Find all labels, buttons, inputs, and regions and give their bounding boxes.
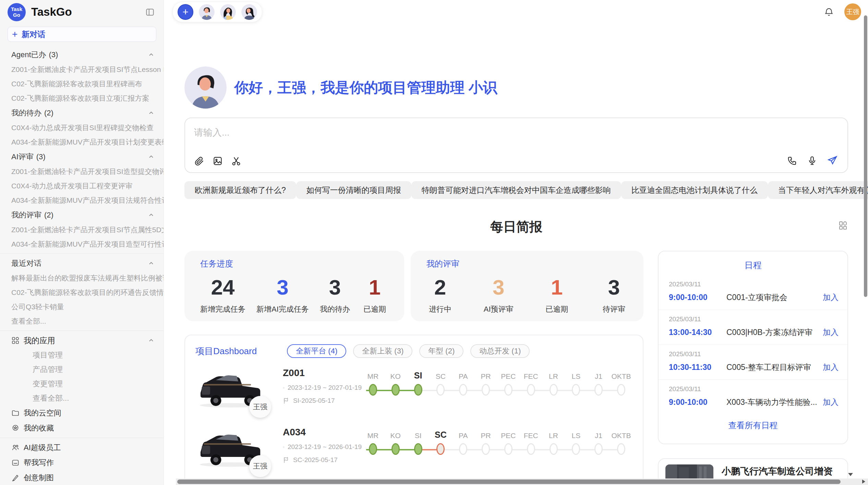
member-avatar[interactable] bbox=[241, 4, 257, 20]
phone-icon[interactable] bbox=[787, 156, 797, 166]
suggestion-chip[interactable]: 欧洲新规最近颁布了什么? bbox=[184, 181, 296, 199]
sidebar-task-item[interactable]: A034-全新新能源MUV产品开发项目计划变更表编写 bbox=[0, 135, 164, 149]
sidebar-section-header[interactable]: Agent已办 (3) bbox=[0, 47, 164, 62]
sidebar-item-cloud[interactable]: 我的云空间 bbox=[0, 406, 164, 421]
sidebar-item-ai-employee[interactable]: AI超级员工 bbox=[0, 440, 164, 455]
dashboard-tab[interactable]: 年型 (2) bbox=[419, 344, 463, 358]
dashboard-tab[interactable]: 全新上装 (3) bbox=[353, 344, 412, 358]
suggestion-chip[interactable]: 特朗普可能对进口汽车增税会对中国车企造成哪些影响 bbox=[411, 181, 621, 199]
project-rows: 王强 Z001 2023-12-19 ~ 2027-01-19 SI-2025-… bbox=[195, 365, 632, 471]
milestone-node-row bbox=[520, 383, 542, 399]
sidebar-task-item[interactable]: C02-飞腾新能源轻客改款项目里程碑画布 bbox=[0, 77, 164, 91]
sidebar-task-item[interactable]: 解释最新出台的欧盟报废车法规再生塑料比例被调至15%... bbox=[0, 271, 164, 285]
stat-label: 已逾期 bbox=[545, 304, 568, 314]
sidebar-app-item[interactable]: 产品管理 bbox=[0, 362, 164, 377]
sidebar-item-creative-drawing[interactable]: 创意制图 bbox=[0, 470, 164, 485]
vertical-scrollbar-thumb[interactable] bbox=[864, 15, 867, 297]
milestone-node bbox=[594, 443, 603, 455]
schedule-title: 日程 bbox=[659, 260, 847, 271]
sidebar-task-item[interactable]: A034-全新新能源MUV产品开发项目造型可行性评审 bbox=[0, 237, 164, 251]
flag-icon bbox=[283, 457, 290, 464]
member-avatar[interactable] bbox=[220, 4, 236, 20]
milestone-cell: KO bbox=[384, 365, 407, 399]
sidebar-section-header[interactable]: 我的评审 (2) bbox=[0, 208, 164, 223]
scroll-right-arrow[interactable] bbox=[862, 480, 865, 484]
sidebar-section-header[interactable]: AI评审 (3) bbox=[0, 149, 164, 164]
milestone-node bbox=[617, 443, 625, 455]
dashboard-tab[interactable]: 全新平台 (4) bbox=[287, 344, 346, 358]
schedule-item[interactable]: 2025/03/11 9:00-10:00 C001-立项审批会 加入 bbox=[659, 275, 847, 310]
image-icon[interactable] bbox=[213, 156, 223, 166]
send-icon[interactable] bbox=[827, 155, 838, 166]
milestone-cell: J1 bbox=[587, 425, 610, 458]
project-row[interactable]: 王强 A034 2023-12-19 ~ 2026-01-19 SC-2025-… bbox=[195, 425, 632, 471]
milestone-label: MR bbox=[362, 425, 384, 443]
my-apps-header[interactable]: 我的应用 bbox=[0, 333, 164, 348]
sidebar-task-item[interactable]: Z001-全新燃油皮卡产品开发项目SI节点Lesson Learn报告 bbox=[0, 62, 164, 77]
scissors-icon[interactable] bbox=[231, 156, 241, 166]
scroll-down-arrow[interactable] bbox=[848, 473, 853, 476]
sidebar-task-item[interactable]: Z001-全新燃油轻卡产品开发项目SI造型提交物评审 bbox=[0, 164, 164, 179]
sidebar-task-item[interactable]: C02-飞腾新能源轻客改款项目立项汇报方案 bbox=[0, 91, 164, 105]
section-items: C0X4-动力总成开发项目SI里程碑提交物检查 A034-全新新能源MUV产品开… bbox=[0, 121, 164, 149]
milestone-node-row bbox=[474, 443, 497, 458]
horizontal-scrollbar[interactable] bbox=[176, 478, 868, 485]
member-avatar[interactable] bbox=[199, 4, 215, 20]
schedule-item[interactable]: 2025/03/11 9:00-10:00 X003-车辆动力学性能验... 加… bbox=[659, 380, 847, 414]
sidebar-collapse-icon[interactable] bbox=[145, 8, 155, 17]
schedule-view-all[interactable]: 查看所有日程 bbox=[659, 420, 847, 431]
suggestion-chip[interactable]: 当下年轻人对汽车外观有怎样的喜好趋势 bbox=[768, 181, 868, 199]
paperclip-icon[interactable] bbox=[194, 156, 204, 166]
milestone-node-row bbox=[452, 443, 474, 458]
sidebar-task-item[interactable]: C02-飞腾新能源轻客改款项目的闭环通告反馈情况 bbox=[0, 285, 164, 300]
grid-layout-icon[interactable] bbox=[838, 220, 848, 231]
schedule-date: 2025/03/11 bbox=[669, 315, 839, 323]
stat-card-title: 任务进度 bbox=[200, 258, 388, 269]
apps-view-all[interactable]: 查看全部... bbox=[0, 391, 164, 406]
sidebar-task-item[interactable]: Z001-全新燃油轻卡产品开发项目SI节点属性5D文件评审 bbox=[0, 223, 164, 237]
milestone-cell: FEC bbox=[520, 425, 542, 458]
project-dashboard-card: 项目Dashboard 全新平台 (4) 全新上装 (3) 年型 (2) 动总开… bbox=[184, 335, 643, 485]
suggestion-chip[interactable]: 比亚迪全固态电池计划具体说了什么 bbox=[621, 181, 768, 199]
schedule-date: 2025/03/11 bbox=[669, 385, 839, 393]
user-avatar[interactable]: 王强 bbox=[844, 3, 861, 20]
recent-chats-header[interactable]: 最近对话 bbox=[0, 256, 164, 271]
milestone-label: PEC bbox=[497, 425, 520, 443]
milestone-label: PA bbox=[452, 365, 474, 383]
sidebar-app-item[interactable]: 变更管理 bbox=[0, 377, 164, 391]
project-info: Z001 2023-12-19 ~ 2027-01-19 SI-2025-05-… bbox=[283, 365, 362, 405]
join-link[interactable]: 加入 bbox=[823, 397, 839, 408]
stat-item: 3 我的待办 bbox=[320, 275, 350, 314]
milestone-node bbox=[482, 443, 490, 455]
dashboard-tab[interactable]: 动总开发 (1) bbox=[470, 344, 530, 358]
sidebar-section-header[interactable]: 我的待办 (2) bbox=[0, 105, 164, 121]
stat-item: 3 新增AI完成任务 bbox=[256, 275, 309, 314]
join-link[interactable]: 加入 bbox=[823, 292, 839, 303]
app-title: TaskGo bbox=[31, 5, 72, 18]
mic-icon[interactable] bbox=[807, 156, 817, 166]
schedule-item[interactable]: 2025/03/11 13:00-14:30 C003|H0B-方案冻结评审 加… bbox=[659, 310, 847, 345]
sidebar-item-writing[interactable]: 帮我写作 bbox=[0, 455, 164, 470]
sidebar-task-item[interactable]: A034-全新新能源MUV产品开发项目法规符合性评审 bbox=[0, 193, 164, 208]
sidebar-app-item[interactable]: 项目管理 bbox=[0, 348, 164, 362]
add-member-button[interactable]: + bbox=[178, 4, 193, 20]
join-link[interactable]: 加入 bbox=[823, 362, 839, 373]
bell-icon[interactable] bbox=[824, 7, 834, 17]
sidebar-task-item[interactable]: 公司Q3轻卡销量 bbox=[0, 300, 164, 314]
stat-card-items: 24 新增完成任务 3 新增AI完成任务 3 我的待办 1 已逾期 bbox=[200, 275, 388, 314]
chat-input[interactable] bbox=[185, 118, 847, 150]
recent-view-all[interactable]: 查看全部... bbox=[0, 314, 164, 328]
sidebar-task-item[interactable]: C0X4-动力总成开发项目工程变更评审 bbox=[0, 179, 164, 193]
project-row[interactable]: 王强 Z001 2023-12-19 ~ 2027-01-19 SI-2025-… bbox=[195, 365, 632, 412]
schedule-row: 10:30-11:30 C005-整车工程目标评审 加入 bbox=[669, 362, 839, 373]
join-link[interactable]: 加入 bbox=[823, 327, 839, 338]
sidebar-item-favorites[interactable]: 我的收藏 bbox=[0, 421, 164, 436]
milestone-cell: SC bbox=[429, 365, 452, 399]
briefing-columns: 任务进度 24 新增完成任务 3 新增AI完成任务 3 我的待办 1 已逾期 我… bbox=[184, 251, 848, 485]
milestone-label: FEC bbox=[520, 365, 542, 383]
suggestion-chip[interactable]: 如何写一份清晰的项目周报 bbox=[296, 181, 411, 199]
new-chat-button[interactable]: + 新对话 bbox=[8, 27, 156, 42]
horizontal-scrollbar-thumb[interactable] bbox=[177, 480, 841, 484]
sidebar-task-item[interactable]: C0X4-动力总成开发项目SI里程碑提交物检查 bbox=[0, 121, 164, 135]
schedule-item[interactable]: 2025/03/11 10:30-11:30 C005-整车工程目标评审 加入 bbox=[659, 345, 847, 380]
